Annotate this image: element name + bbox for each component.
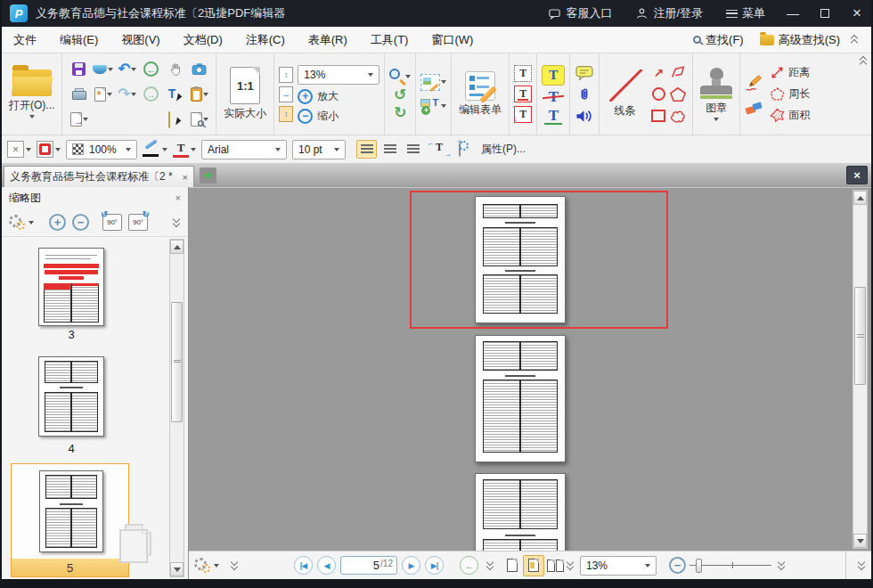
fit-page-icon[interactable]: ↕ bbox=[279, 106, 293, 122]
fit-width-mode-button[interactable] bbox=[523, 555, 544, 576]
zoom-more-chevron-icon[interactable] bbox=[777, 560, 786, 570]
stroke-color-button[interactable] bbox=[37, 141, 61, 158]
thumbnail-panel-close-icon[interactable]: × bbox=[175, 192, 181, 203]
zoom-level-combobox[interactable]: 13% bbox=[298, 65, 379, 85]
page-mode-more-chevron-icon[interactable] bbox=[566, 560, 575, 570]
save-as-dropdown-icon[interactable] bbox=[108, 68, 113, 71]
font-family-dropdown-icon[interactable] bbox=[275, 148, 281, 151]
page-thumbnail[interactable] bbox=[38, 356, 104, 437]
statusbar-more-chevron-icon[interactable] bbox=[230, 560, 239, 570]
stamp-dropdown-icon[interactable] bbox=[714, 118, 719, 121]
attach-file-button[interactable] bbox=[577, 86, 592, 103]
scroll-up-button[interactable] bbox=[170, 240, 184, 254]
undo-dropdown-icon[interactable] bbox=[131, 68, 136, 71]
thumbnail-scrollbar[interactable] bbox=[169, 239, 184, 577]
collapse-menubar-chevron-icon[interactable] bbox=[850, 35, 859, 45]
redo-dropdown-icon[interactable] bbox=[131, 93, 136, 96]
sticky-note-button[interactable] bbox=[575, 65, 594, 81]
menu-tools[interactable]: 工具(T) bbox=[359, 27, 420, 53]
fit-visible-icon[interactable]: ↕ bbox=[279, 67, 293, 83]
undo-button[interactable]: ↶ bbox=[115, 57, 139, 82]
support-entry-button[interactable]: 客服入口 bbox=[538, 0, 622, 27]
save-button[interactable] bbox=[67, 57, 91, 82]
opacity-dropdown-icon[interactable] bbox=[126, 148, 131, 151]
polyline-tool-button[interactable] bbox=[670, 65, 686, 81]
rotate-cw-button[interactable]: ↻ bbox=[394, 105, 406, 120]
zoom-in-button[interactable]: + 放大 bbox=[298, 89, 379, 104]
cloud-tool-button[interactable] bbox=[670, 108, 686, 124]
select-annotation-button[interactable] bbox=[163, 107, 187, 132]
zoom-out-button[interactable]: − 缩小 bbox=[298, 109, 379, 124]
statusbar-zoom-combobox[interactable]: 13% bbox=[580, 556, 657, 576]
menu-annotate[interactable]: 注释(C) bbox=[234, 27, 297, 53]
previous-page-button[interactable]: ◀ bbox=[317, 556, 336, 575]
app-menu-button[interactable]: 菜单 bbox=[716, 0, 775, 27]
fit-width-icon[interactable]: ↔ bbox=[279, 86, 293, 102]
edit-content-button[interactable] bbox=[420, 74, 446, 91]
add-content-button[interactable]: T+ bbox=[420, 98, 446, 115]
rectangle-tool-button[interactable] bbox=[651, 110, 665, 122]
marquee-zoom-dropdown-icon[interactable] bbox=[405, 75, 411, 78]
next-page-button[interactable]: ▶ bbox=[402, 556, 420, 575]
menu-window[interactable]: 窗口(W) bbox=[420, 27, 485, 53]
scrollbar-thumb[interactable] bbox=[171, 302, 183, 422]
statusbar-zoom-dropdown-icon[interactable] bbox=[645, 564, 650, 568]
thumbnail-options-button[interactable] bbox=[9, 215, 34, 231]
login-button[interactable]: 注册/登录 bbox=[625, 0, 713, 27]
marquee-zoom-button[interactable] bbox=[389, 69, 411, 85]
pencil-tool-button[interactable] bbox=[745, 74, 764, 92]
document-scrollbar[interactable] bbox=[853, 190, 868, 549]
two-page-mode-button[interactable] bbox=[544, 555, 566, 576]
arrow-tool-button[interactable]: ↗ bbox=[653, 66, 664, 80]
area-tool-button[interactable]: 面积 bbox=[770, 105, 810, 127]
last-page-button[interactable]: ▶| bbox=[425, 556, 444, 575]
scroll-down-button[interactable] bbox=[853, 534, 867, 548]
page-thumbnail[interactable] bbox=[39, 470, 103, 552]
select-text-button[interactable]: T bbox=[163, 82, 187, 107]
zoom-slider[interactable] bbox=[689, 557, 771, 575]
font-family-combobox[interactable]: Arial bbox=[201, 140, 287, 159]
collapse-toolbar-chevron-icon[interactable] bbox=[859, 56, 868, 66]
menu-view[interactable]: 视图(V) bbox=[110, 27, 171, 53]
new-tab-button[interactable]: + bbox=[200, 167, 216, 184]
paste-dropdown-icon[interactable] bbox=[203, 93, 208, 96]
font-size-combobox[interactable]: 10 pt bbox=[292, 140, 346, 159]
menu-form[interactable]: 表单(R) bbox=[297, 27, 359, 53]
line-width-button[interactable] bbox=[143, 141, 167, 158]
open-button[interactable]: 打开(O)... bbox=[6, 69, 57, 118]
new-document-dropdown-icon[interactable] bbox=[107, 93, 112, 96]
save-as-button[interactable] bbox=[91, 57, 115, 82]
rotate-ccw-button[interactable]: ↺ bbox=[394, 87, 406, 102]
search-in-document-button[interactable] bbox=[187, 107, 211, 132]
snapshot-button[interactable] bbox=[187, 57, 211, 82]
opacity-combobox[interactable]: 100% bbox=[66, 140, 137, 159]
line-width-dropdown-icon[interactable] bbox=[162, 148, 167, 151]
text-field-tool-button[interactable]: T bbox=[514, 65, 532, 82]
stroke-color-dropdown-icon[interactable] bbox=[55, 148, 61, 151]
previous-view-button[interactable]: ← bbox=[139, 57, 163, 82]
align-justify-button[interactable] bbox=[403, 140, 423, 159]
text-color-dropdown-icon[interactable] bbox=[191, 148, 196, 151]
current-page-input[interactable] bbox=[356, 559, 379, 572]
font-size-dropdown-icon[interactable] bbox=[334, 148, 339, 151]
thumbnail-toolbar-more-chevron-icon[interactable] bbox=[172, 217, 181, 227]
scrollbar-thumb[interactable] bbox=[854, 287, 866, 385]
zoom-combobox-dropdown-icon[interactable] bbox=[368, 73, 373, 77]
zoom-slider-minus-button[interactable]: − bbox=[669, 557, 686, 574]
rotate-page-cw-button[interactable]: ↻90° bbox=[128, 214, 148, 231]
maximize-button[interactable] bbox=[811, 0, 839, 27]
underline-text-button[interactable]: T bbox=[542, 108, 565, 123]
selected-page-thumbnail[interactable]: 5 bbox=[11, 463, 129, 577]
selection-rectangle-annotation[interactable] bbox=[410, 191, 668, 329]
actual-size-button[interactable]: 1:1 实际大小 bbox=[221, 67, 269, 121]
edit-content-dropdown-icon[interactable] bbox=[441, 80, 446, 84]
menu-file[interactable]: 文件 bbox=[2, 27, 48, 53]
thumbnail-options-dropdown-icon[interactable] bbox=[29, 221, 34, 225]
distance-tool-button[interactable]: 距离 bbox=[770, 62, 810, 84]
slider-knob[interactable] bbox=[696, 559, 702, 573]
text-underline-field-button[interactable]: T bbox=[514, 86, 532, 102]
close-document-button[interactable]: × bbox=[846, 166, 868, 184]
paste-button[interactable] bbox=[187, 82, 211, 107]
advanced-find-button[interactable]: 高级查找(S) bbox=[754, 29, 846, 52]
document-page[interactable] bbox=[475, 335, 566, 462]
